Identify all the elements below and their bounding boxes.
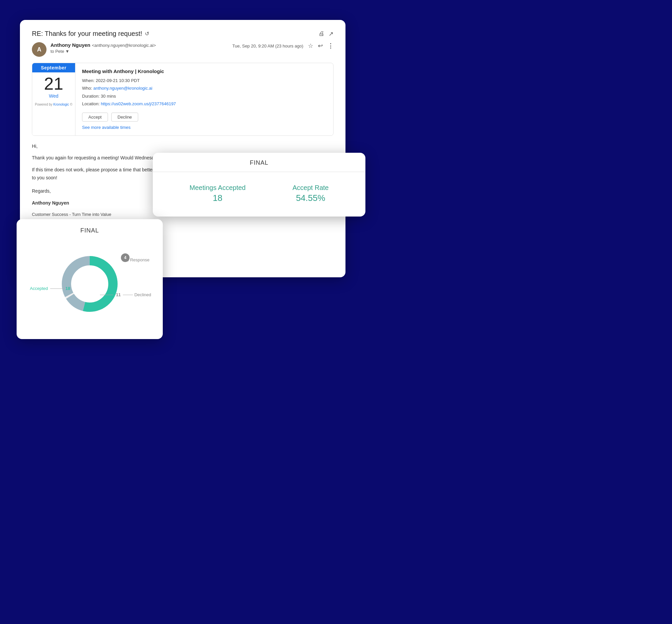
see-more-times: See more available times	[82, 122, 327, 130]
sender-info-left: A Anthony Nguyen <anthony.nguyen@kronolo…	[32, 42, 156, 57]
invite-card: September 21 Wed Powered by Kronologic ©…	[32, 63, 334, 136]
invite-who: Who: anthony.nguyen@kronologic.ai	[82, 84, 327, 92]
to-recipient: to Pete ▼	[51, 49, 156, 54]
external-link-icon[interactable]: ↗	[329, 30, 334, 37]
donut-title: FINAL	[27, 227, 153, 234]
accept-rate-stat: Accept Rate 54.55%	[293, 184, 329, 203]
see-more-link[interactable]: See more available times	[82, 125, 131, 130]
dropdown-arrow-icon[interactable]: ▼	[65, 49, 70, 54]
no-response-badge: 4	[121, 253, 130, 262]
avatar: A	[32, 42, 47, 57]
declined-value: 11	[116, 292, 121, 297]
more-options-icon[interactable]: ⋮	[328, 42, 334, 50]
greeting: Hi,	[32, 142, 334, 151]
sender-right: Tue, Sep 20, 9:20 AM (23 hours ago) ☆ ↩ …	[233, 42, 334, 50]
invite-who-link[interactable]: anthony.nguyen@kronologic.ai	[93, 86, 153, 90]
print-icon[interactable]: 🖨	[318, 30, 325, 37]
invite-buttons: Accept Decline	[82, 112, 327, 122]
accept-rate-value: 54.55%	[293, 193, 329, 203]
subject-text: RE: Thanks for your meeting request!	[32, 30, 142, 37]
invite-location-link[interactable]: https://us02web.zoom.us/j/2377646197	[101, 101, 176, 106]
accept-button[interactable]: Accept	[82, 112, 108, 122]
stats-body: Meetings Accepted 18 Accept Rate 54.55%	[153, 172, 365, 216]
sender-email: <anthony.nguyen@kronologic.ai>	[92, 43, 156, 48]
no-response-label-group: 4 No Response	[123, 250, 150, 263]
accepted-value: 18	[66, 286, 70, 291]
donut-container: Accepted 18 4 No Response 11	[27, 241, 153, 327]
cal-month: September	[32, 63, 75, 72]
sender-name-line: Anthony Nguyen <anthony.nguyen@kronologi…	[51, 42, 156, 48]
accepted-label: Accepted	[30, 286, 48, 291]
email-timestamp: Tue, Sep 20, 9:20 AM (23 hours ago)	[233, 44, 303, 49]
sender-name: Anthony Nguyen	[51, 42, 91, 48]
accepted-label-group: Accepted 18	[30, 285, 71, 291]
meetings-accepted-stat: Meetings Accepted 18	[190, 184, 246, 203]
meetings-accepted-value: 18	[190, 193, 246, 203]
sender-details: Anthony Nguyen <anthony.nguyen@kronologi…	[51, 42, 156, 54]
powered-by: Powered by Kronologic ©	[35, 103, 72, 106]
declined-label: Declined	[134, 292, 151, 297]
declined-label-group: 11 Declined	[100, 292, 151, 297]
invite-location: Location: https://us02web.zoom.us/j/2377…	[82, 100, 327, 108]
email-header: RE: Thanks for your meeting request! ↺ 🖨…	[32, 30, 334, 37]
email-subject: RE: Thanks for your meeting request! ↺	[32, 30, 149, 37]
cal-day: 21	[44, 74, 63, 93]
invite-details: When: 2022-09-21 10:30 PDT Who: anthony.…	[82, 77, 327, 108]
invite-duration: Duration: 30 mins	[82, 92, 327, 100]
meetings-accepted-label: Meetings Accepted	[190, 184, 246, 191]
sender-row: A Anthony Nguyen <anthony.nguyen@kronolo…	[32, 42, 334, 57]
invite-title: Meeting with Anthony | Kronologic	[82, 69, 327, 74]
invite-when: When: 2022-09-21 10:30 PDT	[82, 77, 327, 84]
email-actions: ☆ ↩ ⋮	[308, 42, 334, 50]
refresh-icon[interactable]: ↺	[145, 30, 149, 37]
accept-rate-label: Accept Rate	[293, 184, 329, 191]
calendar-right: Meeting with Anthony | Kronologic When: …	[75, 63, 333, 135]
stats-title: FINAL	[153, 153, 365, 172]
reply-icon[interactable]: ↩	[318, 42, 323, 50]
star-icon[interactable]: ☆	[308, 42, 313, 50]
calendar-left: September 21 Wed Powered by Kronologic ©	[32, 63, 75, 135]
decline-button[interactable]: Decline	[111, 112, 138, 122]
stats-panel: FINAL Meetings Accepted 18 Accept Rate 5…	[153, 153, 365, 216]
cal-weekday: Wed	[49, 93, 58, 99]
donut-chart	[53, 248, 126, 320]
donut-panel: FINAL Accepted 18 4	[17, 219, 163, 339]
email-action-icons: 🖨 ↗	[318, 30, 334, 37]
kronologic-link[interactable]: Kronologic	[53, 103, 69, 106]
